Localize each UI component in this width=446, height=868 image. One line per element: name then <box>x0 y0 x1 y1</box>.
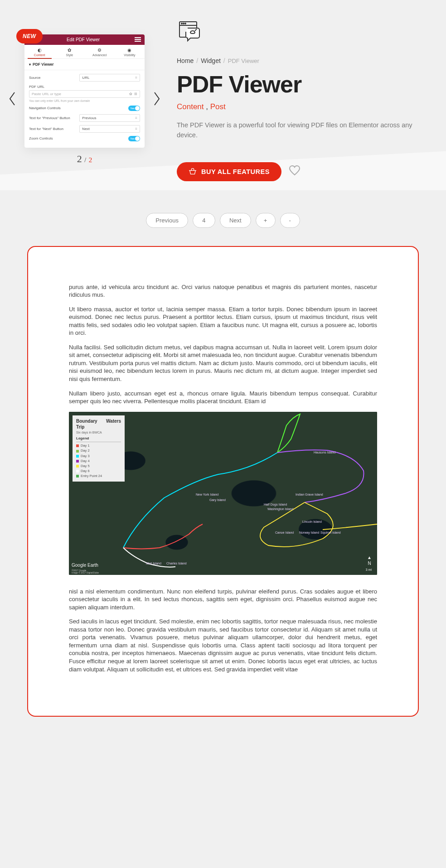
tab-visibility[interactable]: ◉Visibility <box>115 45 145 58</box>
pdf-paragraph: nisl a nisl elementum condimentum. Nunc … <box>69 588 377 612</box>
pdf-viewer-icon <box>177 18 423 44</box>
basket-icon <box>189 168 197 175</box>
tab-advanced[interactable]: ⚙Advanced <box>85 45 115 58</box>
carousel-next-button[interactable] <box>149 88 165 111</box>
category-content[interactable]: Content <box>177 102 204 111</box>
map-compass: ▲N <box>367 555 372 567</box>
legend-row: Day 5 <box>76 463 121 468</box>
pdf-paragraph: purus ante, id vehicula arcu tincidunt a… <box>69 283 377 299</box>
pdf-paragraph: Sed iaculis in lacus eget tincidunt. Sed… <box>69 617 377 673</box>
breadcrumb-current: PDF Viewer <box>228 58 259 64</box>
category-post[interactable]: Post <box>210 102 226 111</box>
pdf-paragraph: Nulla facilisi. Sed sollicitudin dictum … <box>69 343 377 383</box>
legend-row: Entry Point 24 <box>76 474 121 479</box>
zoomcontrols-label: Zoom Controls <box>29 136 128 140</box>
wishlist-button[interactable] <box>289 165 301 178</box>
zoomcontrols-toggle[interactable]: Yes <box>128 136 140 141</box>
pdfurl-label: PDF URL <box>29 85 140 89</box>
panel-tabs: ◐Content ✿Style ⚙Advanced ◉Visibility <box>24 45 145 59</box>
prevtext-label: Text for "Previous" Button <box>29 116 79 120</box>
svg-point-2 <box>181 23 182 24</box>
description: The PDF Viewer is a powerful tool for vi… <box>177 121 423 140</box>
pdf-frame: purus ante, id vehicula arcu tincidunt a… <box>27 246 419 717</box>
breadcrumb: Home/Widget/PDF Viewer <box>177 57 423 64</box>
pdf-zoom-in-button[interactable]: + <box>256 213 276 228</box>
nexttext-label: Text for "Next" Button <box>29 127 79 131</box>
svg-point-4 <box>185 23 186 24</box>
navcontrols-label: Navigation Controls <box>29 106 128 110</box>
legend-row: Day 2 <box>76 448 121 453</box>
preview-carousel: NEW ⊞ Edit PDF Viewer ◐Content ✿Style ⚙A… <box>5 18 159 181</box>
breadcrumb-home[interactable]: Home <box>177 57 194 64</box>
heart-icon <box>289 165 301 176</box>
tab-style[interactable]: ✿Style <box>54 45 84 58</box>
panel-header: ⊞ Edit PDF Viewer <box>24 34 145 45</box>
legend-row: Day 1 <box>76 444 121 448</box>
nexttext-input[interactable]: Next <box>79 125 140 133</box>
carousel-prev-button[interactable] <box>5 88 20 111</box>
legend-row: Day 3 <box>76 453 121 458</box>
pdf-next-button[interactable]: Next <box>220 213 251 228</box>
prevtext-input[interactable]: Previous <box>79 114 140 122</box>
embedded-map-image: Boundary Waters Trip Six days in BWCA Le… <box>69 412 377 575</box>
map-legend: Boundary Waters Trip Six days in BWCA Le… <box>73 415 125 482</box>
pdf-page-indicator: 4 <box>193 213 215 228</box>
pdf-paragraph: Ut libero massa, auctor et tortor ut, la… <box>69 305 377 337</box>
pdf-nav-controls: Previous 4 Next + - <box>27 213 419 228</box>
carousel-slide: NEW ⊞ Edit PDF Viewer ◐Content ✿Style ⚙A… <box>24 34 145 148</box>
panel-title: Edit PDF Viewer <box>67 37 100 42</box>
source-label: Source <box>29 76 79 80</box>
pdf-prev-button[interactable]: Previous <box>146 213 188 228</box>
product-info: Home/Widget/PDF Viewer PDF Viewer Conten… <box>177 18 423 181</box>
page-title: PDF Viewer <box>177 71 423 98</box>
map-brand: Google Earth <box>72 562 98 569</box>
pdf-paragraph: Nullam libero justo, accumsan eget est a… <box>69 390 377 405</box>
breadcrumb-widget[interactable]: Widget <box>201 57 221 64</box>
map-scale: 3 mi <box>366 568 372 572</box>
new-badge: NEW <box>16 29 43 43</box>
source-select[interactable]: URL <box>79 74 140 82</box>
legend-row: Day 4 <box>76 458 121 463</box>
categories: Content , Post <box>177 102 423 111</box>
pdfurl-input[interactable]: Paste URL or type✿ ⊞ <box>29 90 140 98</box>
buy-all-features-button[interactable]: BUY ALL FEATURES <box>177 162 281 181</box>
tab-content[interactable]: ◐Content <box>24 45 54 58</box>
pdfurl-hint: You can only enter URL from your own dom… <box>29 99 140 102</box>
legend-row: Day 6 <box>76 468 121 473</box>
navcontrols-toggle[interactable]: Yes <box>128 106 140 111</box>
carousel-counter: 2 / 2 <box>20 153 149 165</box>
pdf-zoom-out-button[interactable]: - <box>280 213 300 228</box>
svg-point-3 <box>183 23 184 24</box>
hamburger-icon <box>135 37 141 42</box>
map-credits: ©2017 Google Image © 2017 DigitalGlobe <box>72 569 99 574</box>
pdf-page-content: purus ante, id vehicula arcu tincidunt a… <box>69 283 377 674</box>
section-pdf-viewer[interactable]: PDF Viewer <box>24 59 145 70</box>
